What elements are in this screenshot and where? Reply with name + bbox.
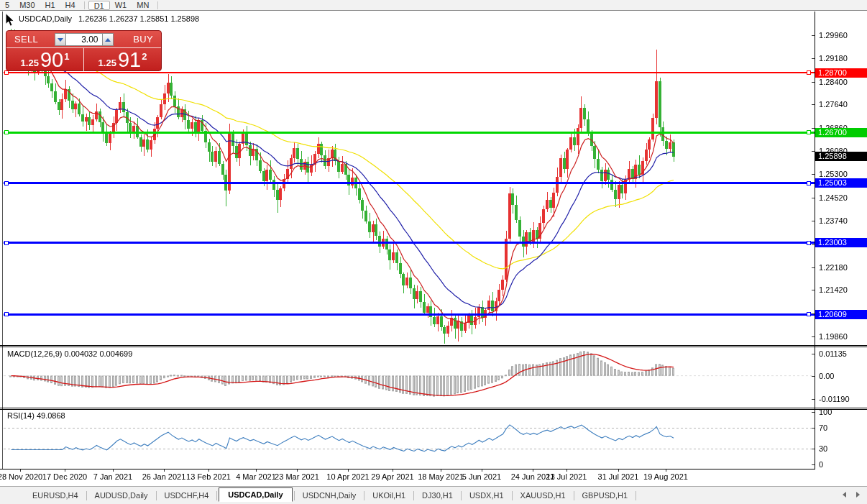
timeframe-button-5[interactable]: 5 xyxy=(0,1,14,10)
volume-input[interactable] xyxy=(66,33,102,46)
tab-divider xyxy=(461,491,462,500)
price-axis-border xyxy=(815,12,815,469)
tab-divider xyxy=(636,491,636,500)
tab-divider xyxy=(216,491,217,500)
symbol-tab[interactable]: DJ30,H1 xyxy=(416,489,459,502)
symbol-tab[interactable]: USDX,H1 xyxy=(463,489,510,502)
symbol-tab[interactable]: USDCHF,H4 xyxy=(158,489,216,502)
toolbar-divider xyxy=(157,1,158,9)
volume-decrease-button[interactable] xyxy=(55,33,66,46)
pane-separator[interactable] xyxy=(0,409,867,410)
chart-ohlc-values: 1.26236 1.26237 1.25851 1.25898 xyxy=(78,14,199,23)
tab-divider xyxy=(413,491,414,500)
triangle-up-icon xyxy=(105,38,111,42)
timeframe-button-w1[interactable]: W1 xyxy=(110,1,132,10)
sell-button[interactable]: SELL xyxy=(14,34,38,45)
chart-symbol-label: USDCAD,Daily xyxy=(19,14,72,23)
symbol-tab[interactable]: USDCNH,Daily xyxy=(296,489,363,502)
tab-divider xyxy=(294,491,295,500)
tab-divider xyxy=(574,491,574,500)
timeframe-button-mn[interactable]: MN xyxy=(132,1,154,10)
symbol-tab[interactable]: XAUUSD,H1 xyxy=(514,489,572,502)
tab-divider xyxy=(512,491,513,500)
timeframe-button-h4[interactable]: H4 xyxy=(60,1,81,10)
chart-canvas[interactable] xyxy=(0,0,867,504)
tab-scroll-left-icon[interactable] xyxy=(843,492,846,498)
tab-scroll-nav xyxy=(843,492,860,498)
macd-indicator-label: MACD(12,26,9) 0.004032 0.004699 xyxy=(7,349,132,358)
buy-price[interactable]: 1.25 91 2 xyxy=(83,48,161,71)
timeframe-buttons: 5M30H1H4D1W1MN xyxy=(0,1,867,10)
symbol-tab[interactable]: GBPUSD,H1 xyxy=(576,489,635,502)
pane-separator[interactable] xyxy=(0,345,867,346)
rsi-indicator-label: RSI(14) 49.0868 xyxy=(7,411,65,420)
sell-price-big: 90 xyxy=(40,50,63,70)
tab-divider xyxy=(156,491,157,500)
symbol-tab-bar: EURUSD,H4AUDUSD,DailyUSDCHF,H4USDCAD,Dai… xyxy=(0,487,867,504)
volume-increase-button[interactable] xyxy=(102,33,114,46)
symbol-tab[interactable]: EURUSD,H4 xyxy=(26,489,85,502)
symbol-tab[interactable]: USDCAD,Daily xyxy=(219,487,292,502)
toolbar-divider xyxy=(84,1,85,9)
timeframe-button-m30[interactable]: M30 xyxy=(14,1,40,10)
triangle-down-icon xyxy=(58,38,63,42)
trade-panel-top-row: SELL BUY xyxy=(6,31,161,47)
pane-separator[interactable] xyxy=(0,408,867,408)
mouse-cursor-icon xyxy=(5,13,15,30)
tab-scroll-right-icon[interactable] xyxy=(856,492,860,498)
tab-divider xyxy=(86,491,87,500)
time-axis-border xyxy=(0,469,815,469)
chart-left-border xyxy=(2,12,3,469)
one-click-trading-panel: SELL BUY 1.25 90 1 1.25 91 2 xyxy=(6,30,162,71)
sell-price-sup: 1 xyxy=(64,51,69,62)
trade-panel-prices: 1.25 90 1 1.25 91 2 xyxy=(6,48,161,71)
timeframe-toolbar: 5M30H1H4D1W1MN xyxy=(0,0,867,11)
buy-button[interactable]: BUY xyxy=(133,34,153,45)
buy-price-big: 91 xyxy=(118,50,141,70)
symbol-tab[interactable]: AUDUSD,Daily xyxy=(88,489,155,502)
buy-price-sup: 2 xyxy=(142,51,147,62)
timeframe-button-d1[interactable]: D1 xyxy=(88,1,110,10)
sell-price[interactable]: 1.25 90 1 xyxy=(6,48,83,71)
volume-spinner xyxy=(55,33,114,46)
chart-title: USDCAD,Daily1.26236 1.26237 1.25851 1.25… xyxy=(19,14,199,23)
sell-price-small: 1.25 xyxy=(21,58,39,68)
pane-separator[interactable] xyxy=(0,347,867,347)
timeframe-button-h1[interactable]: H1 xyxy=(40,1,60,10)
tab-divider xyxy=(364,491,364,500)
symbol-tab[interactable]: UKOil,H1 xyxy=(366,489,412,502)
buy-price-small: 1.25 xyxy=(98,58,116,68)
